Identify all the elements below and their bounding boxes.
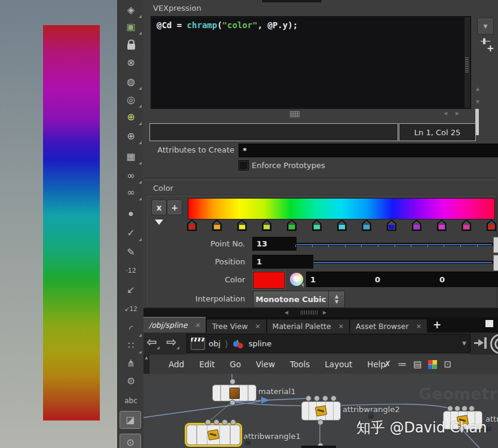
node-connector-dot[interactable]: [230, 419, 236, 425]
node-connector-dot[interactable]: [230, 400, 236, 406]
pane-divider[interactable]: ◀ ▶: [143, 308, 498, 317]
palette-grid-icon[interactable]: [428, 360, 437, 369]
node-connector-dot[interactable]: [469, 406, 475, 412]
enforce-prototypes-checkbox[interactable]: [239, 160, 249, 170]
ramp-marker-3[interactable]: [237, 220, 247, 231]
vex-code-editor[interactable]: @Cd = chramp("color", @P.y);: [151, 16, 471, 109]
tab-close-icon[interactable]: ×: [255, 322, 260, 330]
camera-icon[interactable]: ⊙: [120, 434, 140, 448]
ramp-marker-1[interactable]: [187, 220, 197, 231]
add-shadow-light-icon[interactable]: ⊕: [118, 128, 144, 145]
node-connector-dot[interactable]: [447, 406, 453, 412]
scene-viewport[interactable]: [0, 0, 117, 448]
new-tab-button[interactable]: +: [433, 319, 441, 333]
link-radar-icon[interactable]: [490, 334, 498, 354]
position-input[interactable]: 1: [252, 255, 313, 269]
color-swatch[interactable]: [253, 272, 285, 289]
path-field[interactable]: obj ⟩ spline ▼: [187, 334, 470, 353]
node-connector-dot[interactable]: [205, 419, 211, 425]
ramp-options-icon[interactable]: [155, 220, 163, 225]
attributes-to-create-input[interactable]: *: [239, 144, 498, 157]
ramp-marker-4[interactable]: [262, 220, 271, 231]
ramp-marker-8[interactable]: [362, 220, 371, 231]
collapse-right-icon[interactable]: ▶: [456, 111, 459, 116]
interpolation-spinner[interactable]: ▲▼: [328, 291, 344, 307]
menu-add[interactable]: Add: [169, 359, 184, 369]
multi-list-icon[interactable]: ⊜: [118, 373, 144, 389]
forward-button[interactable]: ⇨: [166, 335, 177, 349]
color-ramp-gradient[interactable]: [188, 198, 495, 220]
node-connector-dot[interactable]: [331, 395, 337, 401]
ramp-add-point-button[interactable]: +: [167, 200, 182, 215]
shade-mode-icon[interactable]: ▦: [118, 148, 144, 165]
list-lines-icon[interactable]: ▤: [413, 359, 421, 370]
network-editor[interactable]: Geometry material1attribwrangle2attribwr…: [143, 374, 498, 448]
secure-selection-icon[interactable]: ▣: [118, 19, 144, 35]
tab-close-icon[interactable]: ×: [416, 322, 421, 330]
editor-resize-grip[interactable]: [290, 111, 300, 117]
snapshot-icon[interactable]: ◪: [120, 412, 140, 428]
layout-grid-icon[interactable]: ⊡: [444, 359, 451, 370]
ramp-marker-13[interactable]: [487, 220, 496, 231]
node-attribwrangle1[interactable]: [187, 425, 240, 445]
point-numbers-icon[interactable]: ·12: [118, 262, 144, 279]
color-g-input[interactable]: 0: [371, 272, 436, 287]
ramp-marker-2[interactable]: [212, 220, 222, 231]
scroll-down-icon[interactable]: ▼: [476, 99, 479, 105]
ramp-delete-point-button[interactable]: x: [151, 200, 167, 215]
char-display-icon[interactable]: abc: [118, 392, 144, 409]
tab-material-palette[interactable]: Material Palette ×: [267, 319, 349, 333]
occlusion-icon[interactable]: ⊗: [118, 54, 144, 71]
editor-scrollbar[interactable]: [465, 17, 470, 108]
ghost-objects-icon[interactable]: ◍: [118, 74, 144, 90]
scroll-up-icon[interactable]: ▲: [476, 86, 479, 92]
pin-pane-icon[interactable]: [474, 336, 488, 351]
menu-go[interactable]: Go: [230, 359, 241, 369]
pin-display-icon[interactable]: ✎: [118, 244, 144, 261]
point-no-slider-handle[interactable]: [493, 237, 498, 253]
ramp-marker-6[interactable]: [312, 220, 322, 231]
lock-icon[interactable]: [118, 36, 144, 53]
pane-handle[interactable]: [261, 0, 322, 2]
ramp-marker-10[interactable]: [412, 220, 421, 231]
tab-obj-spline[interactable]: /obj/spline ×: [143, 317, 206, 333]
back-button[interactable]: ⇦: [146, 335, 157, 349]
node-connector-dot[interactable]: [305, 395, 311, 401]
scene-visualizers-icon[interactable]: ∞: [118, 184, 144, 201]
node-material1[interactable]: [212, 385, 256, 401]
editor-menu-button[interactable]: ▼: [477, 18, 494, 35]
partial-node[interactable]: [301, 446, 336, 448]
menu-layout[interactable]: Layout: [325, 359, 352, 369]
path-root[interactable]: obj: [209, 339, 221, 348]
menu-tools[interactable]: Tools: [290, 359, 310, 369]
tree-view-icon[interactable]: ≔: [398, 359, 407, 370]
normals-icon[interactable]: ⋔: [118, 355, 144, 372]
headlight-icon[interactable]: ◎: [118, 92, 144, 108]
point-no-input[interactable]: 13: [252, 237, 297, 251]
points-display-icon[interactable]: ●: [118, 205, 144, 222]
node-connector-dot[interactable]: [213, 419, 219, 425]
menu-view[interactable]: View: [256, 359, 275, 369]
path-node[interactable]: spline: [249, 339, 272, 348]
position-slider[interactable]: [312, 261, 493, 264]
menu-edit[interactable]: Edit: [199, 359, 215, 369]
node-connector-dot[interactable]: [222, 419, 228, 425]
tab-asset-browser[interactable]: Asset Browser ×: [350, 319, 427, 333]
node-attribwrangle2[interactable]: [301, 401, 341, 420]
scroll-up-strip[interactable]: ▲: [143, 355, 149, 374]
tab-tree-view[interactable]: Tree View ×: [207, 319, 266, 333]
collapse-left-icon[interactable]: ◀: [444, 111, 447, 116]
node-connector-dot[interactable]: [462, 406, 468, 412]
color-r-input[interactable]: 1: [306, 272, 372, 287]
path-dropdown-icon[interactable]: ▼: [462, 340, 466, 346]
view-layout-icon[interactable]: ◈: [118, 2, 144, 19]
group-dots-icon[interactable]: ∷: [118, 337, 144, 354]
node-connector-dot[interactable]: [454, 406, 460, 412]
prim-numbers-icon[interactable]: ↙12: [118, 301, 144, 318]
visualizers-icon[interactable]: ∞: [118, 167, 144, 184]
tab-close-icon[interactable]: ×: [338, 322, 344, 330]
color-b-input[interactable]: 0: [435, 272, 498, 287]
expand-editor-icon[interactable]: +: [479, 37, 496, 55]
tools-icon[interactable]: ✗: [384, 359, 392, 370]
node-connector-dot[interactable]: [317, 419, 323, 425]
